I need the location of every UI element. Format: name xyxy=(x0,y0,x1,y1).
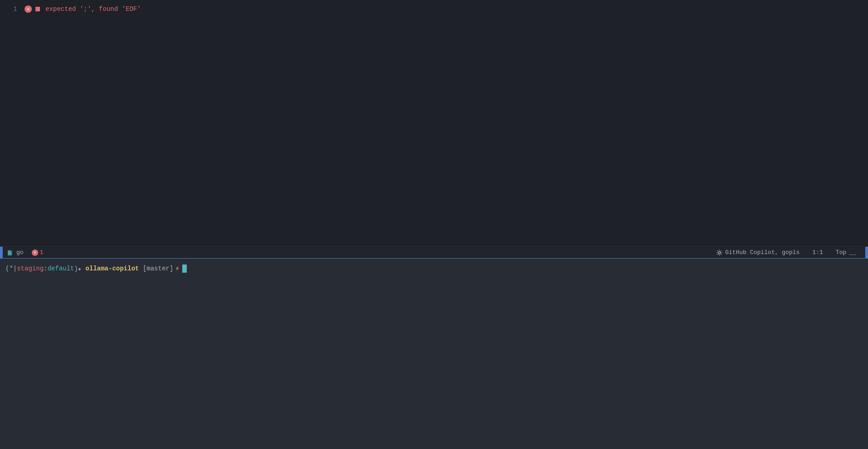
cursor-position[interactable]: 1:1 xyxy=(809,249,827,256)
status-accent-right xyxy=(865,247,868,258)
terminal-lightning-icon: ⚡ xyxy=(175,264,180,273)
status-bar-right: GitHub Copilot, gopls 1:1 Top __ xyxy=(713,247,868,258)
status-error-count[interactable]: 1 xyxy=(28,249,47,256)
terminal-close-paren-arrow: )▸ xyxy=(74,265,82,273)
underscore-decoration: __ xyxy=(849,249,856,256)
error-message-text: expected ';', found 'EOF' xyxy=(45,5,141,13)
terminal-cursor xyxy=(182,264,187,273)
terminal-area[interactable]: ( * | staging : default )▸ ollama-copilo… xyxy=(0,258,868,449)
cursor-position-label: 1:1 xyxy=(813,249,823,256)
terminal-branch-label: [master] xyxy=(143,265,173,272)
terminal-colon: : xyxy=(44,265,47,272)
terminal-namespace: default xyxy=(47,265,74,272)
scroll-position-label: Top xyxy=(836,249,846,256)
gear-icon xyxy=(716,249,723,256)
status-bar: go 1 GitHub Copilot, gopls 1:1 Top __ xyxy=(0,246,868,258)
terminal-star: * xyxy=(9,265,13,272)
terminal-context-staging: staging xyxy=(17,265,44,272)
terminal-open-paren: ( xyxy=(5,265,9,272)
svg-point-2 xyxy=(718,251,720,254)
editor-line-1: 1 expected ';', found 'EOF' xyxy=(0,4,868,15)
status-bar-left: go 1 xyxy=(0,247,47,258)
error-count-label: 1 xyxy=(40,249,44,256)
terminal-pipe: | xyxy=(13,265,17,272)
terminal-project-name: ollama-copilot xyxy=(85,265,139,272)
terminal-prompt-line: ( * | staging : default )▸ ollama-copilo… xyxy=(5,262,863,275)
status-error-circle-icon xyxy=(32,249,38,256)
copilot-label: GitHub Copilot, gopls xyxy=(725,249,800,256)
editor-area: 1 expected ';', found 'EOF' xyxy=(0,0,868,246)
terminal-branch xyxy=(139,265,143,272)
status-file-type[interactable]: go xyxy=(3,249,28,256)
error-square-icon xyxy=(35,7,40,11)
scroll-position[interactable]: Top __ xyxy=(832,249,860,256)
copilot-status[interactable]: GitHub Copilot, gopls xyxy=(713,249,803,256)
line-number-1: 1 xyxy=(4,5,17,13)
editor-content: 1 expected ';', found 'EOF' xyxy=(0,0,868,246)
go-file-icon xyxy=(7,249,14,256)
file-type-label: go xyxy=(16,249,24,256)
error-circle-icon xyxy=(25,5,32,13)
